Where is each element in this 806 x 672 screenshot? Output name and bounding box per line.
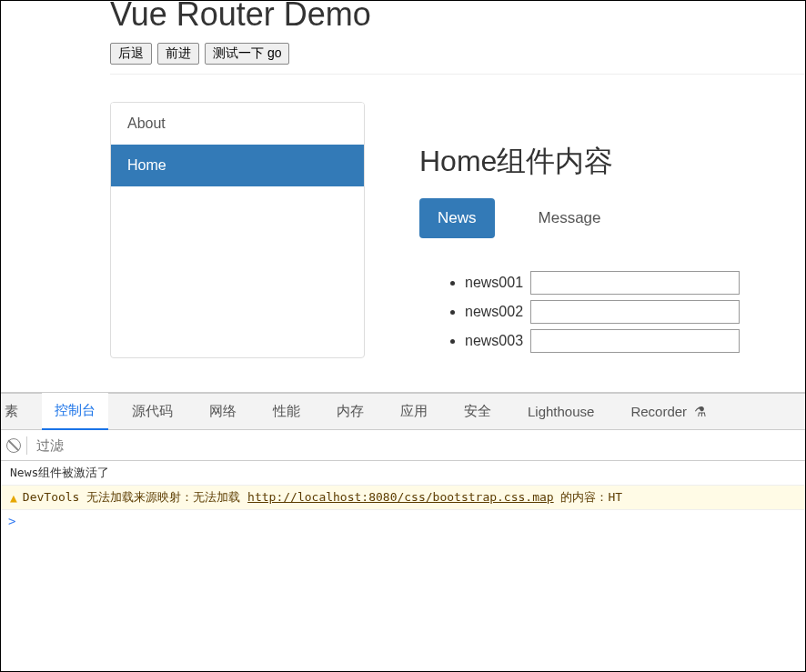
devtools-tab-memory[interactable]: 内存 [324, 394, 377, 429]
back-button[interactable]: 后退 [110, 43, 152, 65]
devtools-tab-elements[interactable]: 素 [1, 394, 31, 429]
divider [110, 74, 805, 75]
test-go-button[interactable]: 测试一下 go [205, 43, 289, 65]
news-input[interactable] [530, 300, 740, 324]
sidebar: About Home [110, 102, 365, 358]
news-item-label: news001 [465, 275, 523, 291]
console-prompt[interactable]: > [1, 510, 805, 532]
console-link[interactable]: http://localhost:8080/css/bootstrap.css.… [247, 490, 554, 504]
news-input[interactable] [530, 271, 740, 295]
clear-console-icon[interactable] [6, 438, 21, 453]
content-area: Home组件内容 News Message news001 news002 [419, 102, 805, 358]
history-button-row: 后退 前进 测试一下 go [110, 43, 805, 65]
console-filter-row [1, 430, 805, 461]
devtools-tab-network[interactable]: 网络 [196, 394, 249, 429]
page-title: Vue Router Demo [110, 1, 805, 34]
devtools-tab-console[interactable]: 控制台 [42, 393, 108, 430]
content-tabs: News Message [419, 198, 805, 238]
devtools-tab-lighthouse[interactable]: Lighthouse [515, 395, 607, 428]
devtools-tab-application[interactable]: 应用 [388, 394, 440, 429]
flask-icon: ⚗ [694, 404, 706, 420]
divider [26, 436, 27, 455]
devtools-tab-recorder[interactable]: Recorder ⚗ [618, 395, 719, 429]
tab-news[interactable]: News [419, 198, 495, 238]
warning-icon: ▲ [10, 491, 17, 505]
list-item: news003 [465, 329, 805, 353]
devtools-tab-security[interactable]: 安全 [451, 394, 504, 429]
devtools-tab-sources[interactable]: 源代码 [119, 394, 186, 429]
list-item: news002 [465, 300, 805, 324]
devtools-panel: 素 控制台 源代码 网络 性能 内存 应用 安全 Lighthouse Reco… [1, 392, 805, 671]
devtools-tabs: 素 控制台 源代码 网络 性能 内存 应用 安全 Lighthouse Reco… [1, 394, 805, 430]
console-body: News组件被激活了 ▲ DevTools 无法加载来源映射：无法加载 http… [1, 461, 805, 532]
sidebar-item-home[interactable]: Home [111, 145, 364, 186]
sidebar-item-about[interactable]: About [111, 103, 364, 145]
list-item: news001 [465, 271, 805, 295]
console-warn-line: ▲ DevTools 无法加载来源映射：无法加载 http://localhos… [1, 486, 805, 510]
news-input[interactable] [530, 329, 740, 353]
devtools-tab-performance[interactable]: 性能 [260, 394, 313, 429]
news-item-label: news003 [465, 333, 523, 349]
content-title: Home组件内容 [419, 142, 805, 182]
console-filter-input[interactable] [33, 434, 800, 456]
tab-message[interactable]: Message [520, 198, 620, 238]
news-item-label: news002 [465, 304, 523, 320]
news-list: news001 news002 news003 [419, 271, 805, 353]
forward-button[interactable]: 前进 [157, 43, 199, 65]
console-log-line: News组件被激活了 [1, 461, 805, 486]
